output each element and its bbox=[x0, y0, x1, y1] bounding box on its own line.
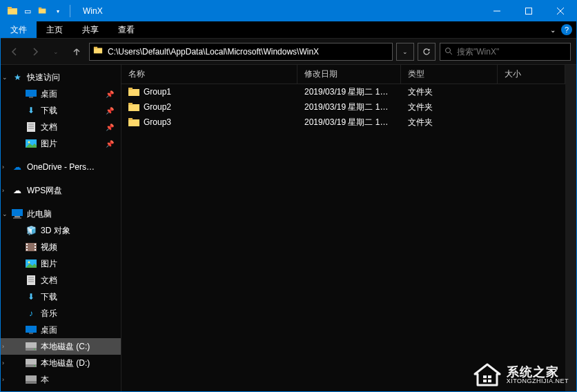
svg-rect-26 bbox=[26, 249, 28, 251]
chevron-down-icon: ⌄ bbox=[2, 210, 10, 217]
tab-view[interactable]: 查看 bbox=[108, 21, 144, 38]
pictures-icon bbox=[26, 138, 37, 149]
cloud-icon: ☁ bbox=[12, 185, 23, 196]
address-input-container[interactable] bbox=[89, 43, 393, 61]
svg-rect-47 bbox=[128, 88, 133, 90]
svg-rect-12 bbox=[26, 90, 37, 97]
nav-this-pc[interactable]: ⌄ 此电脑 bbox=[1, 206, 121, 222]
desktop-icon bbox=[26, 88, 37, 99]
svg-rect-24 bbox=[26, 244, 28, 245]
chevron-right-icon: › bbox=[2, 360, 10, 366]
nav-forward-button[interactable] bbox=[27, 43, 43, 60]
nav-downloads[interactable]: ⬇ 下载 📌 bbox=[1, 102, 121, 119]
video-icon bbox=[26, 242, 37, 253]
nav-back-button[interactable] bbox=[6, 43, 23, 60]
drive-icon bbox=[26, 357, 37, 369]
chevron-down-icon: ⌄ bbox=[2, 74, 10, 81]
svg-rect-25 bbox=[26, 246, 28, 248]
svg-rect-13 bbox=[29, 97, 33, 98]
nav-up-button[interactable] bbox=[68, 43, 85, 60]
download-icon: ⬇ bbox=[26, 105, 37, 116]
music-icon: ♪ bbox=[26, 308, 37, 319]
scrollbar-stub[interactable] bbox=[565, 65, 576, 391]
ribbon-expand-icon[interactable]: ⌄ bbox=[550, 26, 556, 34]
address-dropdown-button[interactable]: ⌄ bbox=[396, 43, 414, 61]
nav-3d-objects[interactable]: 🧊 3D 对象 bbox=[1, 222, 121, 239]
column-type[interactable]: 类型 bbox=[401, 65, 498, 84]
svg-rect-32 bbox=[27, 275, 35, 285]
tab-home[interactable]: 主页 bbox=[37, 21, 72, 38]
nav-drive-e[interactable]: › 本 bbox=[1, 371, 121, 388]
nav-recent-dropdown[interactable]: ⌄ bbox=[48, 43, 64, 60]
file-date: 2019/03/19 星期二 1… bbox=[297, 117, 401, 128]
refresh-button[interactable] bbox=[418, 43, 436, 61]
star-icon: ★ bbox=[12, 72, 23, 83]
column-name[interactable]: 名称 bbox=[121, 65, 297, 84]
nav-documents[interactable]: 文档 📌 bbox=[1, 119, 121, 135]
qat-properties-icon[interactable]: ▭ bbox=[21, 5, 34, 17]
svg-point-31 bbox=[28, 262, 30, 264]
svg-rect-2 bbox=[39, 9, 46, 14]
cloud-icon: ☁ bbox=[12, 161, 23, 173]
nav-desktop[interactable]: 桌面 📌 bbox=[1, 86, 121, 102]
nav-drive-c[interactable]: › 本地磁盘 (C:) bbox=[1, 338, 121, 355]
search-input[interactable] bbox=[457, 47, 566, 57]
content-pane: 名称 修改日期 类型 大小 Group12019/03/19 星期二 1…文件夹… bbox=[121, 65, 565, 391]
titlebar: ▭ ▾ WinX bbox=[1, 1, 576, 21]
svg-rect-37 bbox=[29, 333, 33, 334]
tab-file[interactable]: 文件 bbox=[1, 21, 37, 38]
svg-rect-46 bbox=[128, 89, 139, 96]
nav-onedrive[interactable]: › ☁ OneDrive - Pers… bbox=[1, 159, 121, 175]
nav-pc-pictures[interactable]: 图片 bbox=[1, 255, 121, 272]
svg-rect-9 bbox=[94, 46, 97, 48]
titlebar-divider bbox=[70, 5, 70, 17]
folder-icon bbox=[128, 117, 139, 127]
svg-point-19 bbox=[28, 141, 30, 144]
file-row[interactable]: Group22019/03/19 星期二 1…文件夹 bbox=[121, 99, 565, 115]
file-name: Group1 bbox=[144, 87, 171, 97]
svg-rect-27 bbox=[35, 244, 36, 245]
file-row[interactable]: Group12019/03/19 星期二 1…文件夹 bbox=[121, 84, 565, 99]
drive-icon bbox=[26, 341, 37, 352]
file-row[interactable]: Group32019/03/19 星期二 1…文件夹 bbox=[121, 115, 565, 130]
nav-pictures[interactable]: 图片 📌 bbox=[1, 135, 121, 152]
drive-icon bbox=[26, 374, 37, 385]
column-headers: 名称 修改日期 类型 大小 bbox=[121, 65, 565, 84]
svg-rect-29 bbox=[35, 249, 36, 251]
qat-new-folder-icon[interactable] bbox=[37, 5, 49, 17]
nav-quick-access[interactable]: ⌄ ★ 快速访问 bbox=[1, 69, 121, 86]
search-icon bbox=[444, 46, 453, 58]
file-date: 2019/03/19 星期二 1… bbox=[297, 101, 401, 113]
folder-icon bbox=[128, 87, 139, 97]
nav-drive-d[interactable]: › 本地磁盘 (D:) bbox=[1, 355, 121, 371]
column-size[interactable]: 大小 bbox=[498, 65, 565, 84]
navigation-pane[interactable]: ⌄ ★ 快速访问 桌面 📌 ⬇ 下载 📌 文档 📌 图片 bbox=[1, 65, 121, 391]
svg-rect-5 bbox=[526, 8, 532, 14]
search-container[interactable] bbox=[440, 43, 571, 61]
folder-app-icon bbox=[6, 5, 19, 17]
nav-wps[interactable]: › ☁ WPS网盘 bbox=[1, 182, 121, 199]
maximize-button[interactable] bbox=[513, 1, 545, 21]
column-date[interactable]: 修改日期 bbox=[297, 65, 401, 84]
svg-rect-3 bbox=[39, 8, 41, 10]
nav-music[interactable]: ♪ 音乐 bbox=[1, 305, 121, 322]
qat-dropdown-icon[interactable]: ▾ bbox=[52, 5, 64, 17]
svg-rect-8 bbox=[94, 48, 102, 53]
pictures-icon bbox=[26, 258, 37, 269]
nav-pc-documents[interactable]: 文档 bbox=[1, 272, 121, 288]
file-list[interactable]: Group12019/03/19 星期二 1…文件夹Group22019/03/… bbox=[121, 84, 565, 391]
chevron-right-icon: › bbox=[2, 343, 10, 350]
nav-pc-downloads[interactable]: ⬇ 下载 bbox=[1, 288, 121, 305]
svg-rect-51 bbox=[128, 118, 133, 120]
nav-pc-desktop[interactable]: 桌面 bbox=[1, 322, 121, 338]
address-input[interactable] bbox=[108, 47, 389, 57]
close-button[interactable] bbox=[545, 1, 576, 21]
pin-icon: 📌 bbox=[106, 140, 114, 148]
file-date: 2019/03/19 星期二 1… bbox=[297, 86, 401, 98]
help-icon[interactable]: ? bbox=[561, 24, 572, 35]
svg-rect-36 bbox=[26, 326, 37, 333]
minimize-button[interactable] bbox=[481, 1, 513, 21]
nav-videos[interactable]: 视频 bbox=[1, 239, 121, 255]
pin-icon: 📌 bbox=[106, 90, 114, 98]
tab-share[interactable]: 共享 bbox=[72, 21, 108, 38]
